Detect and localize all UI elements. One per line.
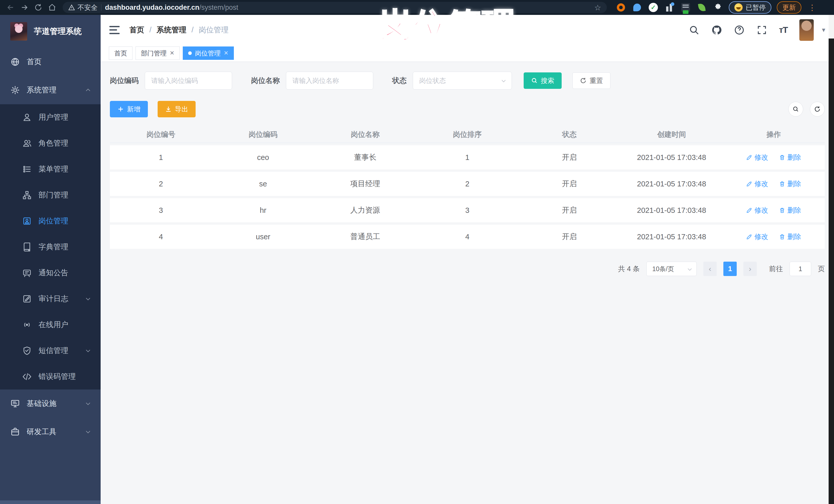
edit-link[interactable]: 修改	[746, 153, 768, 162]
app-title: 芋道管理系统	[34, 26, 82, 37]
extension-bars-badge-icon[interactable]	[664, 2, 675, 13]
fullscreen-icon[interactable]	[756, 25, 767, 36]
next-page-button[interactable]: ›	[743, 262, 757, 276]
export-button[interactable]: 导出	[158, 101, 196, 117]
extension-tag-manager-icon[interactable]	[680, 2, 691, 13]
search-button[interactable]: 搜索	[524, 72, 562, 89]
plus-icon	[117, 106, 124, 112]
table-cell: 2021-01-05 17:03:48	[620, 180, 723, 188]
trash-icon	[779, 181, 785, 187]
browser-back-icon[interactable]	[5, 2, 17, 13]
browser-reload-icon[interactable]	[32, 2, 44, 13]
status-select[interactable]	[413, 72, 512, 90]
extension-puzzle-icon[interactable]	[712, 2, 723, 13]
delete-link[interactable]: 删除	[779, 232, 801, 241]
edit-pencil-icon	[746, 207, 752, 213]
tab-首页[interactable]: 首页	[109, 46, 132, 60]
help-icon[interactable]	[734, 25, 745, 36]
prev-page-button[interactable]: ‹	[703, 262, 717, 276]
active-tab-dot	[188, 51, 192, 55]
extension-blue-drop-icon[interactable]	[632, 2, 642, 13]
goto-page-input[interactable]	[790, 262, 811, 276]
page-url: dashboard.yudao.iocoder.cn/system/post	[105, 4, 238, 12]
page-scrollbar-thumb[interactable]	[829, 39, 834, 504]
address-bar[interactable]: 不安全 dashboard.yudao.iocoder.cn/system/po…	[63, 2, 607, 13]
tab-close-icon[interactable]: ✕	[224, 50, 228, 57]
security-warning[interactable]: 不安全	[68, 3, 97, 12]
table-row: 4user普通员工4开启2021-01-05 17:03:48修改删除	[110, 225, 825, 249]
chrome-menu-icon[interactable]: ⋮	[808, 3, 816, 12]
sidebar-item-label: 首页	[27, 57, 91, 67]
sidebar-scrollbar[interactable]	[0, 500, 101, 504]
extension-orange-ring-icon[interactable]	[616, 2, 626, 13]
user-avatar[interactable]	[799, 19, 814, 41]
tab-岗位管理[interactable]: 岗位管理✕	[183, 46, 234, 60]
add-button[interactable]: 新增	[110, 101, 148, 117]
reset-button[interactable]: 重置	[572, 72, 610, 89]
tab-部门管理[interactable]: 部门管理✕	[135, 46, 180, 60]
post-name-input[interactable]	[286, 72, 373, 90]
github-icon[interactable]	[711, 25, 722, 36]
sidebar-item-label: 在线用户	[39, 320, 91, 330]
goto-label: 前往	[769, 264, 783, 273]
app-logo[interactable]: 芋道管理系统	[0, 15, 101, 48]
page-suffix: 页	[818, 264, 825, 273]
posts-table: 岗位编号岗位编码岗位名称岗位排序状态创建时间操作 1ceo董事长1开启2021-…	[110, 126, 825, 249]
table-cell: 2021-01-05 17:03:48	[620, 233, 723, 241]
sidebar-item-system[interactable]: 系统管理	[0, 76, 101, 104]
browser-forward-icon[interactable]	[19, 2, 30, 13]
breadcrumb-system[interactable]: 系统管理	[157, 25, 186, 35]
font-size-icon[interactable]: ᴛT	[779, 25, 788, 35]
bookmark-star-icon[interactable]: ☆	[594, 3, 601, 12]
post-code-input[interactable]	[145, 72, 232, 90]
table-row: 2se项目经理2开启2021-01-05 17:03:48修改删除	[110, 172, 825, 196]
breadcrumb-home[interactable]: 首页	[129, 25, 144, 35]
table-cell: 开启	[518, 152, 620, 162]
page-header: 首页 / 系统管理 / 岗位管理 ᴛT	[101, 15, 834, 45]
delete-link[interactable]: 删除	[779, 179, 801, 189]
download-icon	[165, 106, 172, 112]
extension-leaf-icon[interactable]	[697, 2, 707, 13]
sidebar-item-dict[interactable]: 字典管理	[0, 234, 101, 260]
table-toolbar: 新增 导出	[110, 101, 825, 117]
hamburger-icon[interactable]	[109, 25, 120, 35]
home-icon	[10, 57, 20, 67]
sidebar-item-dept[interactable]: 部门管理	[0, 182, 101, 208]
delete-link[interactable]: 删除	[779, 206, 801, 215]
sidebar-item-post[interactable]: 岗位管理	[0, 208, 101, 234]
browser-update-button[interactable]: 更新	[777, 1, 802, 14]
sidebar-item-auditlog[interactable]: 审计日志	[0, 286, 101, 312]
edit-link[interactable]: 修改	[746, 232, 768, 241]
chevron-down-icon	[687, 266, 693, 272]
table-row: 3hr人力资源3开启2021-01-05 17:03:48修改删除	[110, 198, 825, 222]
page-scrollbar-track[interactable]	[829, 15, 834, 39]
sidebar-item-errcode[interactable]: 错误码管理	[0, 364, 101, 390]
status-select-input[interactable]	[413, 72, 512, 90]
sidebar-item-devtool[interactable]: 研发工具	[0, 418, 101, 446]
sidebar-item-online[interactable]: 在线用户	[0, 312, 101, 337]
edit-link[interactable]: 修改	[746, 179, 768, 189]
url-path: /system/post	[199, 4, 239, 11]
profile-paused-chip[interactable]: 已暂停	[729, 1, 771, 14]
edit-label: 修改	[754, 206, 768, 215]
page-size-select[interactable]: 10条/页	[646, 262, 697, 276]
sidebar-item-home[interactable]: 首页	[0, 48, 101, 76]
sidebar-item-notice[interactable]: 通知公告	[0, 260, 101, 286]
current-page[interactable]: 1	[723, 262, 737, 276]
avatar-caret-icon[interactable]: ▾	[822, 26, 825, 34]
sidebar-item-menu[interactable]: 菜单管理	[0, 156, 101, 182]
header-actions: ᴛT ▾	[689, 19, 825, 41]
delete-link[interactable]: 删除	[779, 153, 801, 162]
edit-link[interactable]: 修改	[746, 206, 768, 215]
toggle-search-circle-button[interactable]	[788, 102, 803, 116]
sidebar-item-user[interactable]: 用户管理	[0, 104, 101, 130]
row-actions: 修改删除	[723, 153, 825, 162]
tab-close-icon[interactable]: ✕	[170, 50, 174, 57]
extension-green-check-icon[interactable]: ✓	[648, 2, 659, 13]
sidebar-item-sms[interactable]: 短信管理	[0, 337, 101, 364]
sidebar-item-role[interactable]: 角色管理	[0, 130, 101, 156]
sidebar-item-infra[interactable]: 基础设施	[0, 390, 101, 418]
refresh-circle-button[interactable]	[810, 102, 825, 116]
search-icon[interactable]	[689, 25, 700, 36]
browser-home-icon[interactable]	[46, 2, 58, 13]
